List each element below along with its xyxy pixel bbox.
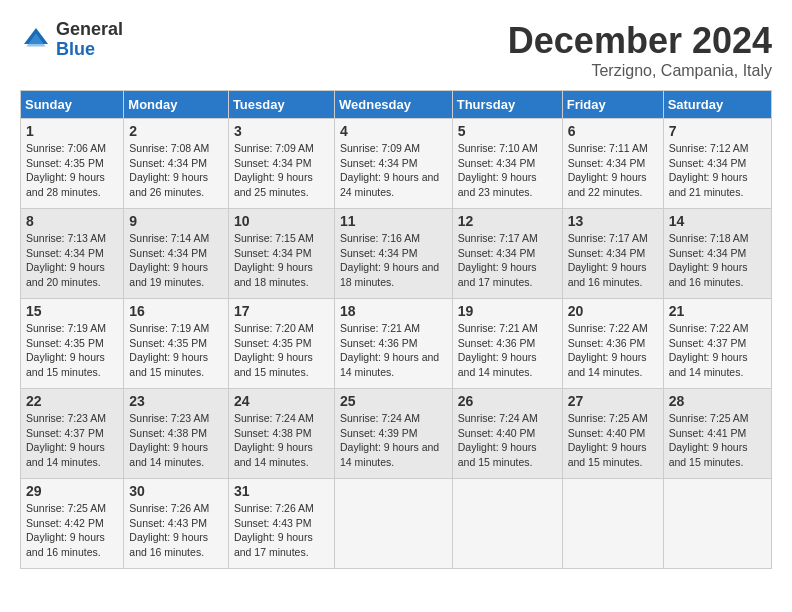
day-info: Sunrise: 7:13 AM Sunset: 4:34 PM Dayligh… xyxy=(26,231,118,290)
day-number: 19 xyxy=(458,303,557,319)
day-number: 16 xyxy=(129,303,223,319)
day-info: Sunrise: 7:23 AM Sunset: 4:37 PM Dayligh… xyxy=(26,411,118,470)
day-info: Sunrise: 7:24 AM Sunset: 4:40 PM Dayligh… xyxy=(458,411,557,470)
day-number: 31 xyxy=(234,483,329,499)
logo-icon xyxy=(20,24,52,56)
calendar-week-row: 8 Sunrise: 7:13 AM Sunset: 4:34 PM Dayli… xyxy=(21,209,772,299)
weekday-header-tuesday: Tuesday xyxy=(228,91,334,119)
calendar-cell: 28 Sunrise: 7:25 AM Sunset: 4:41 PM Dayl… xyxy=(663,389,771,479)
calendar-cell: 6 Sunrise: 7:11 AM Sunset: 4:34 PM Dayli… xyxy=(562,119,663,209)
calendar-cell: 25 Sunrise: 7:24 AM Sunset: 4:39 PM Dayl… xyxy=(334,389,452,479)
day-info: Sunrise: 7:19 AM Sunset: 4:35 PM Dayligh… xyxy=(129,321,223,380)
calendar-cell: 2 Sunrise: 7:08 AM Sunset: 4:34 PM Dayli… xyxy=(124,119,229,209)
day-info: Sunrise: 7:23 AM Sunset: 4:38 PM Dayligh… xyxy=(129,411,223,470)
weekday-header-monday: Monday xyxy=(124,91,229,119)
calendar-cell: 30 Sunrise: 7:26 AM Sunset: 4:43 PM Dayl… xyxy=(124,479,229,569)
day-info: Sunrise: 7:22 AM Sunset: 4:37 PM Dayligh… xyxy=(669,321,766,380)
calendar-cell: 18 Sunrise: 7:21 AM Sunset: 4:36 PM Dayl… xyxy=(334,299,452,389)
day-info: Sunrise: 7:21 AM Sunset: 4:36 PM Dayligh… xyxy=(340,321,447,380)
calendar-cell: 31 Sunrise: 7:26 AM Sunset: 4:43 PM Dayl… xyxy=(228,479,334,569)
calendar-cell: 22 Sunrise: 7:23 AM Sunset: 4:37 PM Dayl… xyxy=(21,389,124,479)
day-number: 9 xyxy=(129,213,223,229)
day-info: Sunrise: 7:25 AM Sunset: 4:40 PM Dayligh… xyxy=(568,411,658,470)
day-number: 7 xyxy=(669,123,766,139)
day-info: Sunrise: 7:24 AM Sunset: 4:38 PM Dayligh… xyxy=(234,411,329,470)
calendar-cell: 7 Sunrise: 7:12 AM Sunset: 4:34 PM Dayli… xyxy=(663,119,771,209)
calendar-week-row: 22 Sunrise: 7:23 AM Sunset: 4:37 PM Dayl… xyxy=(21,389,772,479)
day-info: Sunrise: 7:10 AM Sunset: 4:34 PM Dayligh… xyxy=(458,141,557,200)
calendar-cell: 24 Sunrise: 7:24 AM Sunset: 4:38 PM Dayl… xyxy=(228,389,334,479)
day-number: 6 xyxy=(568,123,658,139)
calendar-cell: 16 Sunrise: 7:19 AM Sunset: 4:35 PM Dayl… xyxy=(124,299,229,389)
day-info: Sunrise: 7:16 AM Sunset: 4:34 PM Dayligh… xyxy=(340,231,447,290)
calendar-cell: 20 Sunrise: 7:22 AM Sunset: 4:36 PM Dayl… xyxy=(562,299,663,389)
weekday-header-sunday: Sunday xyxy=(21,91,124,119)
day-number: 4 xyxy=(340,123,447,139)
calendar-cell: 8 Sunrise: 7:13 AM Sunset: 4:34 PM Dayli… xyxy=(21,209,124,299)
calendar-cell: 19 Sunrise: 7:21 AM Sunset: 4:36 PM Dayl… xyxy=(452,299,562,389)
day-number: 17 xyxy=(234,303,329,319)
calendar-cell: 13 Sunrise: 7:17 AM Sunset: 4:34 PM Dayl… xyxy=(562,209,663,299)
calendar-week-row: 15 Sunrise: 7:19 AM Sunset: 4:35 PM Dayl… xyxy=(21,299,772,389)
calendar-cell: 5 Sunrise: 7:10 AM Sunset: 4:34 PM Dayli… xyxy=(452,119,562,209)
day-number: 29 xyxy=(26,483,118,499)
day-info: Sunrise: 7:24 AM Sunset: 4:39 PM Dayligh… xyxy=(340,411,447,470)
day-number: 22 xyxy=(26,393,118,409)
calendar-table: SundayMondayTuesdayWednesdayThursdayFrid… xyxy=(20,90,772,569)
calendar-cell: 12 Sunrise: 7:17 AM Sunset: 4:34 PM Dayl… xyxy=(452,209,562,299)
weekday-header-thursday: Thursday xyxy=(452,91,562,119)
day-number: 30 xyxy=(129,483,223,499)
day-info: Sunrise: 7:18 AM Sunset: 4:34 PM Dayligh… xyxy=(669,231,766,290)
day-info: Sunrise: 7:26 AM Sunset: 4:43 PM Dayligh… xyxy=(234,501,329,560)
day-number: 28 xyxy=(669,393,766,409)
day-info: Sunrise: 7:14 AM Sunset: 4:34 PM Dayligh… xyxy=(129,231,223,290)
day-number: 15 xyxy=(26,303,118,319)
day-info: Sunrise: 7:11 AM Sunset: 4:34 PM Dayligh… xyxy=(568,141,658,200)
logo-text: GeneralBlue xyxy=(56,20,123,60)
calendar-cell: 21 Sunrise: 7:22 AM Sunset: 4:37 PM Dayl… xyxy=(663,299,771,389)
day-info: Sunrise: 7:25 AM Sunset: 4:41 PM Dayligh… xyxy=(669,411,766,470)
day-info: Sunrise: 7:25 AM Sunset: 4:42 PM Dayligh… xyxy=(26,501,118,560)
day-number: 24 xyxy=(234,393,329,409)
logo: GeneralBlue xyxy=(20,20,123,60)
calendar-cell xyxy=(562,479,663,569)
day-info: Sunrise: 7:26 AM Sunset: 4:43 PM Dayligh… xyxy=(129,501,223,560)
day-number: 13 xyxy=(568,213,658,229)
calendar-cell: 4 Sunrise: 7:09 AM Sunset: 4:34 PM Dayli… xyxy=(334,119,452,209)
day-number: 8 xyxy=(26,213,118,229)
calendar-cell: 27 Sunrise: 7:25 AM Sunset: 4:40 PM Dayl… xyxy=(562,389,663,479)
day-number: 18 xyxy=(340,303,447,319)
calendar-cell: 23 Sunrise: 7:23 AM Sunset: 4:38 PM Dayl… xyxy=(124,389,229,479)
day-info: Sunrise: 7:12 AM Sunset: 4:34 PM Dayligh… xyxy=(669,141,766,200)
day-number: 14 xyxy=(669,213,766,229)
day-info: Sunrise: 7:22 AM Sunset: 4:36 PM Dayligh… xyxy=(568,321,658,380)
weekday-header-saturday: Saturday xyxy=(663,91,771,119)
month-title: December 2024 xyxy=(508,20,772,62)
day-info: Sunrise: 7:09 AM Sunset: 4:34 PM Dayligh… xyxy=(234,141,329,200)
day-number: 26 xyxy=(458,393,557,409)
calendar-cell: 14 Sunrise: 7:18 AM Sunset: 4:34 PM Dayl… xyxy=(663,209,771,299)
calendar-cell: 1 Sunrise: 7:06 AM Sunset: 4:35 PM Dayli… xyxy=(21,119,124,209)
calendar-cell: 26 Sunrise: 7:24 AM Sunset: 4:40 PM Dayl… xyxy=(452,389,562,479)
day-info: Sunrise: 7:19 AM Sunset: 4:35 PM Dayligh… xyxy=(26,321,118,380)
day-number: 27 xyxy=(568,393,658,409)
day-number: 3 xyxy=(234,123,329,139)
day-number: 23 xyxy=(129,393,223,409)
calendar-cell: 17 Sunrise: 7:20 AM Sunset: 4:35 PM Dayl… xyxy=(228,299,334,389)
calendar-cell: 29 Sunrise: 7:25 AM Sunset: 4:42 PM Dayl… xyxy=(21,479,124,569)
day-number: 21 xyxy=(669,303,766,319)
day-info: Sunrise: 7:08 AM Sunset: 4:34 PM Dayligh… xyxy=(129,141,223,200)
calendar-cell xyxy=(663,479,771,569)
calendar-week-row: 1 Sunrise: 7:06 AM Sunset: 4:35 PM Dayli… xyxy=(21,119,772,209)
calendar-cell: 15 Sunrise: 7:19 AM Sunset: 4:35 PM Dayl… xyxy=(21,299,124,389)
title-area: December 2024 Terzigno, Campania, Italy xyxy=(508,20,772,80)
day-number: 25 xyxy=(340,393,447,409)
weekday-header-friday: Friday xyxy=(562,91,663,119)
day-number: 10 xyxy=(234,213,329,229)
day-info: Sunrise: 7:21 AM Sunset: 4:36 PM Dayligh… xyxy=(458,321,557,380)
day-info: Sunrise: 7:06 AM Sunset: 4:35 PM Dayligh… xyxy=(26,141,118,200)
calendar-cell: 11 Sunrise: 7:16 AM Sunset: 4:34 PM Dayl… xyxy=(334,209,452,299)
day-number: 20 xyxy=(568,303,658,319)
page-header: GeneralBlue December 2024 Terzigno, Camp… xyxy=(20,20,772,80)
calendar-cell: 10 Sunrise: 7:15 AM Sunset: 4:34 PM Dayl… xyxy=(228,209,334,299)
